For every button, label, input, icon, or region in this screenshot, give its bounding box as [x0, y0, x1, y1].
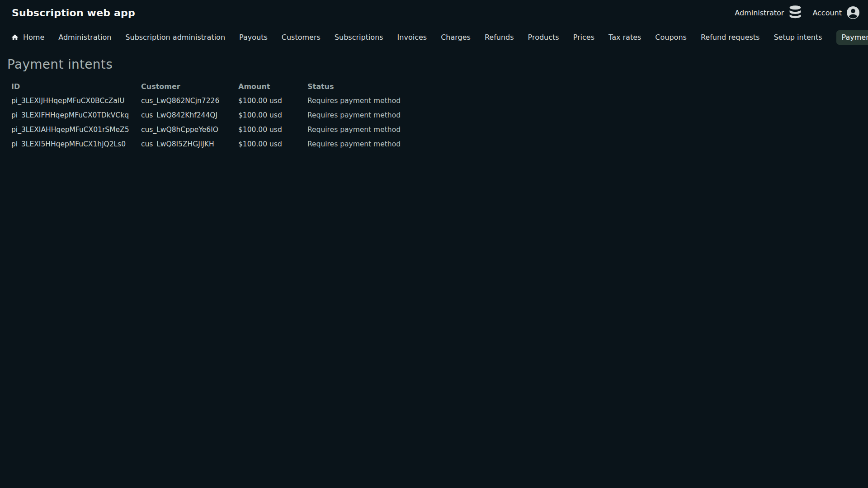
cell-customer: cus_LwQ8I5ZHGJiJKH — [141, 140, 238, 148]
table-header-row: IDCustomerAmountStatus — [11, 79, 554, 94]
nav-item-subscription-administration[interactable]: Subscription administration — [125, 30, 225, 45]
payment-intents-page: Payment intents IDCustomerAmountStatus p… — [0, 49, 868, 151]
account-link[interactable]: Account — [812, 5, 860, 20]
nav-item-label: Subscription administration — [125, 34, 225, 41]
administrator-link[interactable]: Administrator — [735, 5, 802, 20]
cell-customer: cus_LwQ862NCjn7226 — [141, 97, 238, 105]
cell-amount: $100.00 usd — [238, 126, 307, 134]
cell-id: pi_3LEXIJHHqepMFuCX0BCcZalU — [11, 97, 141, 105]
cell-customer: cus_LwQ8hCppeYe6IO — [141, 126, 238, 134]
nav-item-label: Products — [528, 34, 559, 41]
nav-item-coupons[interactable]: Coupons — [655, 30, 687, 45]
page-title: Payment intents — [0, 57, 868, 72]
nav-item-home[interactable]: Home — [11, 30, 44, 45]
nav-item-label: Setup intents — [774, 34, 822, 41]
nav-item-label: Customers — [282, 34, 321, 41]
table-body: pi_3LEXIJHHqepMFuCX0BCcZalU cus_LwQ862NC… — [11, 94, 554, 151]
nav-item-label: Payouts — [239, 34, 268, 41]
cell-status: Requires payment method — [307, 111, 554, 119]
cell-customer: cus_LwQ842Khf244QJ — [141, 111, 238, 119]
home-icon — [11, 33, 19, 42]
table-row: pi_3LEXIFHHqepMFuCX0TDkVCkq cus_LwQ842Kh… — [11, 108, 554, 122]
header-right: Administrator Account — [735, 5, 860, 20]
nav-item-charges[interactable]: Charges — [441, 30, 471, 45]
nav-item-label: Subscriptions — [335, 34, 383, 41]
table-row: pi_3LEXIAHHqepMFuCX01rSMeZ5 cus_LwQ8hCpp… — [11, 122, 554, 137]
cell-amount: $100.00 usd — [238, 140, 307, 148]
nav-item-subscriptions[interactable]: Subscriptions — [335, 30, 383, 45]
nav-item-refunds[interactable]: Refunds — [485, 30, 514, 45]
nav-item-label: Administration — [58, 34, 111, 41]
nav-item-refund-requests[interactable]: Refund requests — [701, 30, 760, 45]
nav-item-label: Prices — [573, 34, 594, 41]
cell-amount: $100.00 usd — [238, 97, 307, 105]
nav-item-label: Refund requests — [701, 34, 760, 41]
table-row: pi_3LEXI5HHqepMFuCX1hjQ2Ls0 cus_LwQ8I5ZH… — [11, 137, 554, 151]
cell-amount: $100.00 usd — [238, 111, 307, 119]
nav-item-setup-intents[interactable]: Setup intents — [774, 30, 822, 45]
nav-item-administration[interactable]: Administration — [58, 30, 111, 45]
nav-item-customers[interactable]: Customers — [282, 30, 321, 45]
nav-item-payment-intents[interactable]: Payment intents — [836, 30, 868, 45]
nav-item-label: Charges — [441, 34, 471, 41]
main-nav: Home Administration Subscription adminis… — [0, 25, 868, 49]
cell-status: Requires payment method — [307, 140, 554, 148]
nav-item-label: Payment intents — [842, 34, 868, 41]
column-header-customer: Customer — [141, 82, 238, 91]
cell-id: pi_3LEXIAHHqepMFuCX01rSMeZ5 — [11, 126, 141, 134]
column-header-status: Status — [307, 82, 554, 91]
nav-item-products[interactable]: Products — [528, 30, 559, 45]
nav-item-label: Home — [23, 34, 44, 41]
account-label: Account — [812, 9, 842, 17]
table-row: pi_3LEXIJHHqepMFuCX0BCcZalU cus_LwQ862NC… — [11, 94, 554, 108]
cell-status: Requires payment method — [307, 97, 554, 105]
nav-item-label: Invoices — [397, 34, 427, 41]
nav-item-label: Tax rates — [609, 34, 641, 41]
app-header: Subscription web app Administrator Accou… — [0, 0, 868, 25]
nav-item-label: Refunds — [485, 34, 514, 41]
database-icon — [788, 5, 802, 20]
cell-status: Requires payment method — [307, 126, 554, 134]
nav-item-prices[interactable]: Prices — [573, 30, 594, 45]
administrator-label: Administrator — [735, 9, 784, 17]
nav-item-payouts[interactable]: Payouts — [239, 30, 268, 45]
column-header-amount: Amount — [238, 82, 307, 91]
column-header-id: ID — [11, 82, 141, 91]
nav-item-invoices[interactable]: Invoices — [397, 30, 427, 45]
nav-item-label: Coupons — [655, 34, 687, 41]
app-title: Subscription web app — [12, 7, 135, 19]
nav-item-tax-rates[interactable]: Tax rates — [609, 30, 641, 45]
payment-intents-table: IDCustomerAmountStatus pi_3LEXIJHHqepMFu… — [11, 79, 554, 151]
account-icon — [846, 5, 860, 20]
cell-id: pi_3LEXIFHHqepMFuCX0TDkVCkq — [11, 111, 141, 119]
cell-id: pi_3LEXI5HHqepMFuCX1hjQ2Ls0 — [11, 140, 141, 148]
